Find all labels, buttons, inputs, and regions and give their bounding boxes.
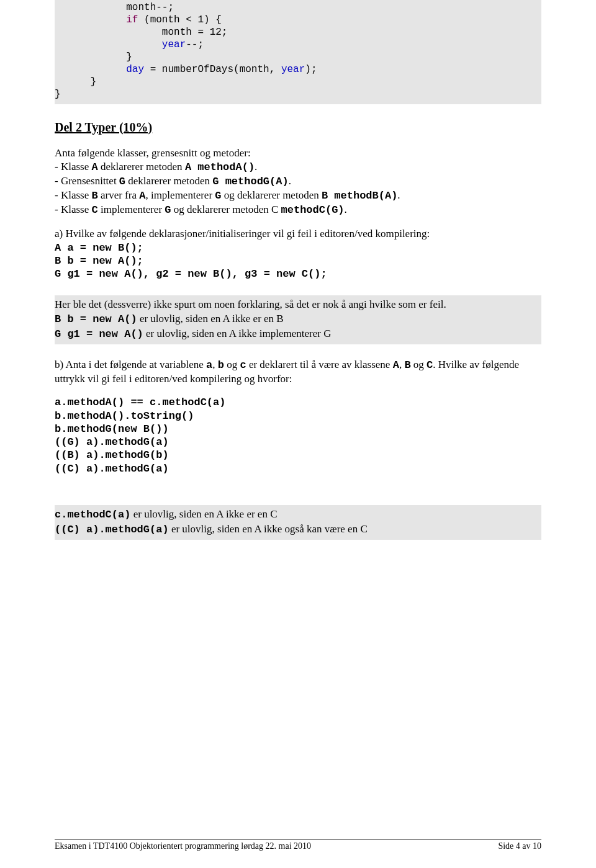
answer-a-line1: Her ble det (dessverre) ikke spurt om no… [55, 298, 446, 310]
question-a-code: A a = new B(); B b = new A(); G g1 = new… [55, 241, 541, 281]
answer-a-code2: G g1 = new A() [55, 328, 143, 340]
footer-left: Eksamen i TDT4100 Objektorientert progra… [55, 841, 311, 852]
answer-a-code1: B b = new A() [55, 313, 137, 325]
intro-sentence: Anta følgende klasser, grensesnitt og me… [55, 146, 541, 160]
answer-b-block: c.methodC(a) er ulovlig, siden en A ikke… [55, 505, 541, 540]
section-heading: Del 2 Typer (10%) [55, 119, 541, 135]
question-b-code: a.methodA() == c.methodC(a) b.methodA().… [55, 396, 541, 475]
question-a-text: a) Hvilke av følgende deklarasjoner/init… [55, 227, 541, 241]
page: month--; if (month < 1) { month = 12; ye… [0, 0, 596, 868]
page-footer: Eksamen i TDT4100 Objektorientert progra… [55, 839, 541, 852]
answer-b-code2: ((C) a).methodG(a) [55, 524, 169, 535]
answer-a-block: Her ble det (dessverre) ikke spurt om no… [55, 295, 541, 344]
answer-b-code1: c.methodC(a) [55, 509, 130, 521]
class-list: - Klasse A deklarerer metoden A methodA(… [55, 160, 541, 217]
code-block-1: month--; if (month < 1) { month = 12; ye… [55, 0, 541, 104]
footer-right: Side 4 av 10 [498, 841, 541, 852]
question-b-text: b) Anta i det følgende at variablene a, … [55, 358, 541, 386]
